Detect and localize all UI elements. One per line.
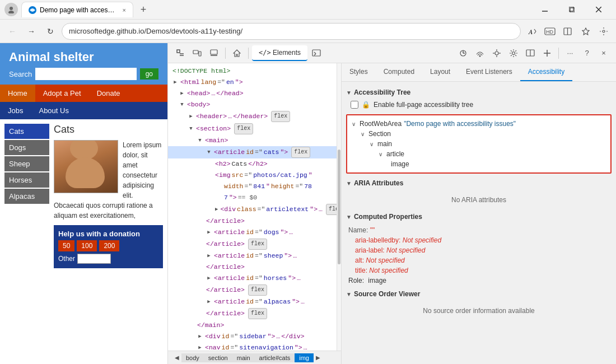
- donation-other-input[interactable]: [77, 254, 111, 264]
- more-btn[interactable]: ···: [562, 45, 578, 61]
- devtools-main: </> Elements: [168, 43, 616, 364]
- dom-line-img[interactable]: <img src="photos/cat.jpg": [168, 170, 341, 181]
- split-screen-icon[interactable]: [560, 24, 576, 39]
- bc-img[interactable]: img: [295, 353, 314, 362]
- console-tab[interactable]: [309, 45, 324, 61]
- source-order-toggle[interactable]: ▼: [346, 291, 352, 297]
- donate-100-btn[interactable]: 100: [77, 240, 97, 251]
- tab-elements[interactable]: </> Elements: [252, 45, 307, 61]
- minimize-btn[interactable]: [532, 1, 558, 18]
- dock-btn[interactable]: [522, 45, 538, 61]
- home-btn[interactable]: [229, 45, 245, 61]
- close-btn[interactable]: [586, 1, 612, 18]
- address-bar[interactable]: microsoftedge.github.io/Demos/devtools-a…: [62, 23, 521, 40]
- side-menu-cats[interactable]: Cats: [4, 124, 49, 139]
- dom-line-main-end: </main>: [168, 320, 341, 331]
- aria-attrs-header[interactable]: ▼ ARIA Attributes: [346, 177, 612, 189]
- tab-computed[interactable]: Computed: [376, 63, 422, 81]
- dom-line-article-cats[interactable]: ▼ <article id="cats"> flex: [168, 146, 341, 158]
- full-tree-checkbox[interactable]: [351, 101, 358, 109]
- add-btn[interactable]: [539, 45, 555, 61]
- tab-bar: Demo page with accessibility iss… × +: [21, 2, 529, 17]
- read-aloud-icon[interactable]: 𝐴: [524, 24, 540, 39]
- site-search-input[interactable]: [35, 68, 136, 80]
- dom-scrollbar[interactable]: [337, 63, 341, 351]
- a11y-section[interactable]: ∨ Section: [352, 129, 606, 139]
- dom-line-sidebar[interactable]: ▶ <div id="sidebar"> … </div>: [168, 331, 341, 342]
- bc-arrow-right[interactable]: ▶: [314, 351, 323, 365]
- url-text: microsoftedge.github.io/Demos/devtools-a…: [69, 27, 242, 35]
- bc-section[interactable]: section: [204, 353, 232, 362]
- favorites-icon[interactable]: [578, 24, 594, 39]
- dom-scroll-thumb[interactable]: [338, 150, 340, 264]
- tab-event-listeners[interactable]: Event Listeners: [458, 63, 520, 81]
- sensors-icon[interactable]: [489, 45, 505, 61]
- settings-icon[interactable]: [596, 24, 612, 39]
- dom-line-nav[interactable]: ▶ <nav id="sitenavigation"> …: [168, 342, 341, 351]
- restore-btn[interactable]: [559, 1, 585, 18]
- dom-line-article-dogs[interactable]: ▶ <article id="dogs"> …: [168, 227, 341, 238]
- a11y-main[interactable]: ∨ main: [352, 139, 606, 149]
- side-menu-alpacas[interactable]: Alpacas: [4, 189, 49, 204]
- a11y-tree-toggle[interactable]: ▼: [346, 90, 352, 96]
- nav-about[interactable]: About Us: [31, 102, 76, 119]
- drawer-btn[interactable]: [206, 45, 222, 61]
- side-menu-dogs[interactable]: Dogs: [4, 140, 49, 155]
- dom-line-section[interactable]: ▼ <section> flex: [168, 123, 341, 135]
- dom-line-h2-cats[interactable]: <h2>Cats</h2>: [168, 158, 341, 170]
- computed-labelledby-label: aria-labelledby:: [355, 236, 400, 244]
- bc-main[interactable]: main: [232, 353, 255, 362]
- svg-text:HD: HD: [546, 29, 553, 35]
- source-order-header[interactable]: ▼ Source Order Viewer: [346, 288, 612, 300]
- side-menu-horses[interactable]: Horses: [4, 172, 49, 188]
- performance-icon[interactable]: [455, 45, 471, 61]
- profile-avatar[interactable]: [4, 3, 18, 16]
- dom-line-html[interactable]: ▶ <html lang="en">: [168, 77, 341, 88]
- dom-line-body[interactable]: ▼ <body>: [168, 99, 341, 110]
- dom-line-header[interactable]: ▶ <header> … </header> flex: [168, 110, 341, 123]
- network-icon[interactable]: [472, 45, 488, 61]
- hd-icon[interactable]: HD: [542, 24, 558, 39]
- close-devtools-btn[interactable]: ×: [596, 45, 612, 61]
- computed-props-header[interactable]: ▼ Computed Properties: [346, 211, 612, 223]
- help-btn[interactable]: ?: [579, 45, 595, 61]
- a11y-root[interactable]: ∨ RootWebArea "Demo page with accessibil…: [352, 119, 606, 129]
- aria-attrs-toggle[interactable]: ▼: [346, 180, 352, 186]
- nav-jobs[interactable]: Jobs: [0, 102, 31, 119]
- dom-line-head[interactable]: ▶ <head> … </head>: [168, 88, 341, 99]
- computed-props-toggle[interactable]: ▼: [346, 214, 352, 220]
- dom-line-articletext[interactable]: ▶ <div class="articletext"> … flex: [168, 203, 341, 216]
- a11y-tree-header[interactable]: ▼ Accessibility Tree: [346, 86, 612, 99]
- tab-accessibility[interactable]: Accessibility: [520, 63, 572, 81]
- donate-200-btn[interactable]: 200: [99, 240, 119, 251]
- inspect-element-btn[interactable]: [172, 45, 188, 61]
- a11y-article[interactable]: ∨ article: [352, 149, 606, 159]
- dom-line-article-horses[interactable]: ▶ <article id="horses"> …: [168, 273, 341, 284]
- active-tab[interactable]: Demo page with accessibility iss… ×: [21, 2, 133, 17]
- site-search-btn[interactable]: go: [140, 68, 158, 80]
- settings-btn[interactable]: [506, 45, 521, 61]
- donate-50-btn[interactable]: 50: [58, 240, 74, 251]
- dom-line-article-alpacas[interactable]: ▶ <article id="alpacas"> …: [168, 296, 341, 307]
- tab-close-btn[interactable]: ×: [123, 7, 126, 13]
- device-emulation-btn[interactable]: [189, 45, 205, 61]
- bc-article-cats[interactable]: article#cats: [255, 353, 295, 362]
- side-menu-sheep[interactable]: Sheep: [4, 156, 49, 171]
- bc-arrow-left[interactable]: ◀: [172, 351, 181, 365]
- dom-line-article-alpacas-end: </article> flex: [168, 307, 341, 320]
- dom-line-main[interactable]: ▼ <main>: [168, 135, 341, 146]
- bc-body[interactable]: body: [181, 353, 204, 362]
- nav-donate[interactable]: Donate: [89, 85, 128, 102]
- nav-adopt[interactable]: Adopt a Pet: [35, 85, 89, 102]
- computed-name-value: "": [370, 226, 375, 234]
- forward-btn[interactable]: →: [24, 24, 39, 39]
- tab-styles[interactable]: Styles: [342, 63, 376, 81]
- refresh-btn[interactable]: ↻: [43, 24, 58, 39]
- nav-home[interactable]: Home: [0, 85, 35, 102]
- new-tab-btn[interactable]: +: [136, 2, 151, 17]
- svg-point-1: [8, 11, 14, 13]
- back-btn[interactable]: ←: [4, 24, 20, 39]
- aria-attrs-label: ARIA Attributes: [354, 179, 403, 187]
- dom-line-article-sheep[interactable]: ▶ <article id="sheep"> …: [168, 250, 341, 262]
- tab-layout[interactable]: Layout: [422, 63, 458, 81]
